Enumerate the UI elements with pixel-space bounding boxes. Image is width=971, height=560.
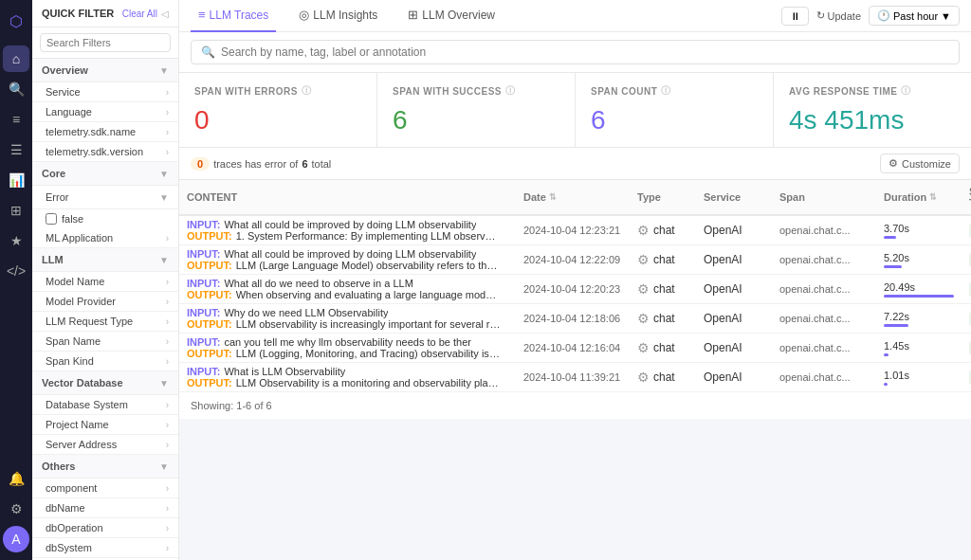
th-date[interactable]: Date ⇅ [516, 191, 630, 203]
cell-date-3: 2024-10-04 12:18:06 [516, 312, 630, 325]
filter-service[interactable]: Service › [32, 82, 178, 102]
cell-span-1: openai.chat.c... [772, 253, 876, 266]
nav-settings-gear[interactable]: ⚙ [3, 496, 29, 522]
cell-service-2: OpenAI [696, 282, 772, 296]
filter-db-system[interactable]: dbSystem › [32, 538, 178, 558]
th-spantype[interactable]: Span Type [962, 186, 971, 208]
cell-type-3: ⚙ chat [630, 311, 696, 326]
output-text-3: LLM observability is increasingly import… [236, 318, 502, 330]
filter-llm-request-type[interactable]: LLM Request Type › [32, 312, 178, 332]
llm-request-type-arrow-icon: › [166, 316, 169, 327]
nav-chart[interactable]: 📊 [3, 167, 29, 193]
filter-model-provider[interactable]: Model Provider › [32, 292, 178, 312]
search-bar: 🔍 [179, 32, 971, 73]
type-icon-4: ⚙ [637, 340, 650, 355]
cell-content-1: INPUT: What all could be improved by doi… [179, 248, 516, 271]
update-button[interactable]: ↻ Update [816, 9, 861, 22]
th-span[interactable]: Span [772, 191, 876, 203]
filter-telemetry-sdk-name[interactable]: telemetry.sdk.name › [32, 122, 178, 142]
tab-llm-insights[interactable]: ◎ LLM Insights [291, 0, 385, 32]
th-type[interactable]: Type [630, 191, 696, 203]
tab-llm-traces[interactable]: ≡ LLM Traces [191, 0, 276, 32]
nav-grid[interactable]: ⊞ [3, 197, 29, 224]
trace-info-text1: traces has error of [213, 158, 298, 170]
section-overview[interactable]: Overview ▼ [32, 59, 178, 82]
filter-span-name[interactable]: Span Name › [32, 332, 178, 352]
filter-language[interactable]: Language › [32, 102, 178, 122]
th-content[interactable]: CONTENT [179, 191, 516, 203]
th-service[interactable]: Service [696, 191, 772, 203]
input-label-5: INPUT: [187, 366, 220, 377]
metric-span-count-info-icon[interactable]: ⓘ [661, 84, 671, 98]
metric-avg-response-info-icon[interactable]: ⓘ [901, 84, 911, 98]
th-duration[interactable]: Duration ⇅ [876, 191, 962, 203]
subsection-others[interactable]: Others ▼ [32, 455, 178, 479]
filter-span-kind[interactable]: Span Kind › [32, 352, 178, 371]
pause-button[interactable]: ⏸ [781, 7, 809, 26]
metric-span-success-info-icon[interactable]: ⓘ [505, 84, 516, 98]
duration-bar-3 [884, 324, 908, 327]
cell-spantype-0: Parent [962, 224, 971, 237]
section-core[interactable]: Core ▼ [32, 162, 178, 186]
filter-model-name[interactable]: Model Name › [32, 272, 178, 292]
filter-database-system[interactable]: Database System › [32, 395, 178, 415]
table-row[interactable]: INPUT: What all do we need to observe in… [179, 275, 971, 304]
output-label-3: OUTPUT: [187, 318, 232, 330]
table-row[interactable]: INPUT: can you tell me why llm observabi… [179, 334, 971, 363]
cell-duration-5: 1.01s [876, 370, 962, 386]
nav-user-avatar[interactable]: A [3, 526, 29, 552]
metric-span-errors-info-icon[interactable]: ⓘ [302, 84, 312, 98]
filter-server-address[interactable]: Server Address › [32, 435, 178, 455]
filter-project-name[interactable]: Project Name › [32, 415, 178, 435]
subsection-error[interactable]: Error ▼ [32, 186, 178, 209]
cell-spantype-1: Parent [962, 253, 971, 266]
tab-llm-overview[interactable]: ⊞ LLM Overview [400, 0, 503, 32]
time-range-button[interactable]: 🕐 Past hour ▼ [869, 6, 960, 26]
filter-error-false[interactable]: false [32, 209, 178, 228]
type-icon-2: ⚙ [637, 281, 650, 297]
table-row[interactable]: INPUT: What all could be improved by doi… [179, 245, 971, 275]
clear-all-button[interactable]: Clear All [122, 9, 157, 19]
span-label-3: openai.chat.c... [779, 313, 851, 324]
cell-service-0: OpenAI [696, 224, 772, 237]
output-label-1: OUTPUT: [187, 260, 232, 271]
metric-span-errors-label: SPAN WITH ERRORS [194, 86, 298, 97]
type-label-0: chat [653, 224, 675, 237]
error-false-checkbox[interactable] [46, 213, 57, 225]
trace-count-badge: 6 [302, 158, 307, 170]
filter-component[interactable]: component › [32, 479, 178, 498]
table-row[interactable]: INPUT: What all could be improved by doi… [179, 216, 971, 245]
nav-home[interactable]: ⌂ [3, 45, 29, 72]
table-row[interactable]: INPUT: Why do we need LLM Observability … [179, 304, 971, 334]
table-row[interactable]: INPUT: What is LLM Observability OUTPUT:… [179, 363, 971, 392]
filter-db-operation[interactable]: dbOperation › [32, 518, 178, 538]
nav-search[interactable]: 🔍 [3, 76, 29, 102]
nav-list[interactable]: ☰ [3, 136, 29, 163]
nav-bell[interactable]: 🔔 [3, 465, 29, 492]
nav-code[interactable]: </> [3, 258, 29, 284]
cell-content-2: INPUT: What all do we need to observe in… [179, 278, 516, 300]
telemetry-sdk-name-arrow-icon: › [166, 127, 169, 137]
subsection-llm[interactable]: LLM ▼ [32, 248, 178, 272]
cell-spantype-2: Parent [962, 282, 971, 296]
customize-button[interactable]: ⚙ Customize [880, 154, 960, 173]
cell-span-4: openai.chat.c... [772, 341, 876, 354]
table-header: CONTENT Date ⇅ Type Service Span Duratio… [179, 180, 971, 216]
sidebar-collapse-icon[interactable]: ◁ [161, 9, 169, 19]
service-label-2: OpenAI [704, 282, 742, 296]
subsection-vector-database[interactable]: Vector Database ▼ [32, 371, 178, 395]
nav-star[interactable]: ★ [3, 227, 29, 254]
filter-ml-application[interactable]: ML Application › [32, 228, 178, 248]
input-text-2: What all do we need to observe in a LLM [224, 278, 412, 289]
span-label-0: openai.chat.c... [779, 225, 851, 236]
search-input[interactable] [221, 45, 949, 59]
core-chevron-icon: ▼ [159, 169, 169, 179]
service-label-5: OpenAI [704, 370, 742, 384]
filter-telemetry-sdk-version[interactable]: telemetry.sdk.version › [32, 142, 178, 162]
nav-layers[interactable]: ≡ [3, 106, 29, 133]
filter-db-name[interactable]: dbName › [32, 498, 178, 518]
vector-database-label: Vector Database [42, 377, 123, 388]
component-arrow-icon: › [166, 483, 169, 494]
duration-bar-0 [884, 236, 896, 239]
filter-search-input[interactable] [40, 33, 171, 52]
